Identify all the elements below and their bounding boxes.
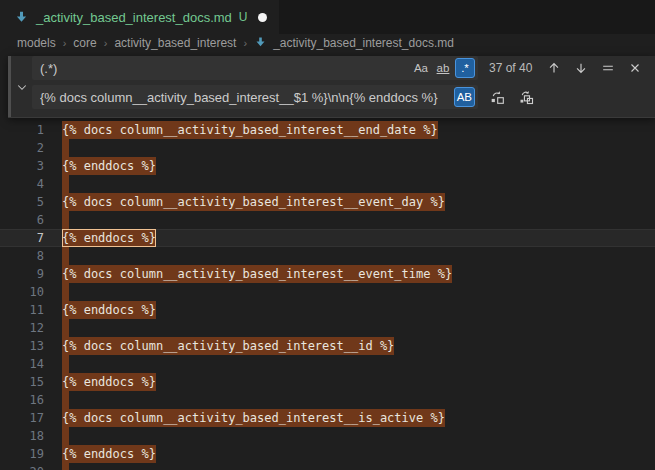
line-content[interactable]: {% enddocs %} xyxy=(62,229,156,247)
find-nav-group xyxy=(544,58,645,78)
line-number: 14 xyxy=(0,355,44,373)
line-number: 11 xyxy=(0,301,44,319)
toggle-replace-chevron-icon[interactable] xyxy=(15,80,29,94)
line-number: 12 xyxy=(0,319,44,337)
modified-dot-icon[interactable] xyxy=(258,13,267,22)
line-content[interactable]: {% docs column__activity_based_interest_… xyxy=(62,337,394,355)
find-match-highlight: {% enddocs %} xyxy=(62,445,156,463)
editor-line[interactable]: 12 xyxy=(0,319,655,337)
editor-line[interactable]: 19{% enddocs %} xyxy=(0,445,655,463)
find-replace-widget: (.*) Aa ab .* 37 of 40 xyxy=(8,56,655,118)
line-content[interactable] xyxy=(62,355,69,373)
code-area: 1{% docs column__activity_based_interest… xyxy=(0,118,655,470)
replace-row: {% docs column__activity_based_interest_… xyxy=(32,85,645,109)
editor-line[interactable]: 20 xyxy=(0,463,655,470)
find-match-highlight: {% enddocs %} xyxy=(62,301,156,319)
line-number: 17 xyxy=(0,409,44,427)
editor-line[interactable]: 3{% enddocs %} xyxy=(0,157,655,175)
line-number: 20 xyxy=(0,463,44,470)
chevron-right-icon: › xyxy=(104,37,108,49)
whole-word-toggle[interactable]: ab xyxy=(433,58,453,78)
editor-line[interactable]: 8 xyxy=(0,247,655,265)
editor-line[interactable]: 6 xyxy=(0,211,655,229)
regex-toggle[interactable]: .* xyxy=(455,58,475,78)
editor-line[interactable]: 10 xyxy=(0,283,655,301)
replace-actions xyxy=(487,87,536,107)
line-content[interactable] xyxy=(62,139,69,157)
line-number: 8 xyxy=(0,247,44,265)
markdown-file-icon xyxy=(254,36,267,49)
find-match-highlight: {% docs column__activity_based_interest_… xyxy=(62,121,438,139)
line-content[interactable]: {% docs column__activity_based_interest_… xyxy=(62,193,445,211)
tab-activity-docs[interactable]: _activity_based_interest_docs.md U xyxy=(0,0,279,34)
editor-line[interactable]: 9{% docs column__activity_based_interest… xyxy=(0,265,655,283)
line-content[interactable]: {% enddocs %} xyxy=(62,301,156,319)
line-content[interactable]: {% enddocs %} xyxy=(62,445,156,463)
preserve-case-toggle[interactable]: AB xyxy=(454,87,475,107)
line-content[interactable] xyxy=(62,427,69,445)
markdown-file-icon xyxy=(14,10,29,25)
find-match-highlight xyxy=(62,319,69,337)
editor-line[interactable]: 18 xyxy=(0,427,655,445)
line-content[interactable]: {% docs column__activity_based_interest_… xyxy=(62,409,445,427)
line-content[interactable]: {% enddocs %} xyxy=(62,373,156,391)
breadcrumb-file[interactable]: _activity_based_interest_docs.md xyxy=(273,36,454,50)
find-match-highlight: {% docs column__activity_based_interest_… xyxy=(62,337,394,355)
find-match-highlight xyxy=(62,211,69,229)
previous-match-button[interactable] xyxy=(544,58,564,78)
find-match-highlight: {% docs column__activity_based_interest_… xyxy=(62,265,452,283)
find-in-selection-button[interactable] xyxy=(598,58,618,78)
line-content[interactable] xyxy=(62,463,69,470)
next-match-button[interactable] xyxy=(571,58,591,78)
tab-bar: _activity_based_interest_docs.md U xyxy=(0,0,655,34)
editor-line[interactable]: 16 xyxy=(0,391,655,409)
breadcrumb-activity-based-interest[interactable]: activity_based_interest xyxy=(114,36,236,50)
find-input[interactable]: (.*) Aa ab .* xyxy=(32,56,478,80)
replace-input[interactable]: {% docs column__activity_based_interest_… xyxy=(32,85,478,109)
line-number: 2 xyxy=(0,139,44,157)
line-number: 15 xyxy=(0,373,44,391)
editor-line[interactable]: 2 xyxy=(0,139,655,157)
editor-line[interactable]: 1{% docs column__activity_based_interest… xyxy=(0,121,655,139)
editor-line[interactable]: 7{% enddocs %} xyxy=(0,229,655,247)
editor-line[interactable]: 11{% enddocs %} xyxy=(0,301,655,319)
find-match-highlight xyxy=(62,247,69,265)
breadcrumb: models › core › activity_based_interest … xyxy=(0,34,655,51)
line-content[interactable] xyxy=(62,319,69,337)
chevron-right-icon: › xyxy=(63,37,67,49)
line-number: 4 xyxy=(0,175,44,193)
replace-value-text: {% docs column__activity_based_interest_… xyxy=(40,90,452,105)
line-content[interactable] xyxy=(62,283,69,301)
line-content[interactable] xyxy=(62,211,69,229)
editor-line[interactable]: 4 xyxy=(0,175,655,193)
chevron-right-icon: › xyxy=(243,37,247,49)
line-content[interactable]: {% docs column__activity_based_interest_… xyxy=(62,121,438,139)
line-number: 5 xyxy=(0,193,44,211)
widget-resize-grip[interactable] xyxy=(8,56,11,117)
line-content[interactable]: {% enddocs %} xyxy=(62,157,156,175)
replace-all-button[interactable] xyxy=(516,87,536,107)
line-number: 3 xyxy=(0,157,44,175)
replace-button[interactable] xyxy=(487,87,507,107)
line-content[interactable] xyxy=(62,247,69,265)
line-number: 7 xyxy=(0,229,44,247)
breadcrumb-models[interactable]: models xyxy=(17,36,56,50)
close-find-button[interactable] xyxy=(625,58,645,78)
breadcrumb-core[interactable]: core xyxy=(73,36,96,50)
editor-line[interactable]: 15{% enddocs %} xyxy=(0,373,655,391)
find-match-highlight xyxy=(62,355,69,373)
editor-line[interactable]: 17{% docs column__activity_based_interes… xyxy=(0,409,655,427)
find-match-highlight: {% enddocs %} xyxy=(62,157,156,175)
line-number: 6 xyxy=(0,211,44,229)
line-number: 13 xyxy=(0,337,44,355)
line-content[interactable] xyxy=(62,175,69,193)
line-content[interactable] xyxy=(62,391,69,409)
find-match-highlight: {% docs column__activity_based_interest_… xyxy=(62,409,445,427)
editor-line[interactable]: 5{% docs column__activity_based_interest… xyxy=(0,193,655,211)
line-content[interactable]: {% docs column__activity_based_interest_… xyxy=(62,265,452,283)
editor-line[interactable]: 14 xyxy=(0,355,655,373)
match-case-toggle[interactable]: Aa xyxy=(411,58,431,78)
editor-line[interactable]: 13{% docs column__activity_based_interes… xyxy=(0,337,655,355)
line-number: 9 xyxy=(0,265,44,283)
find-match-highlight: {% enddocs %} xyxy=(62,373,156,391)
